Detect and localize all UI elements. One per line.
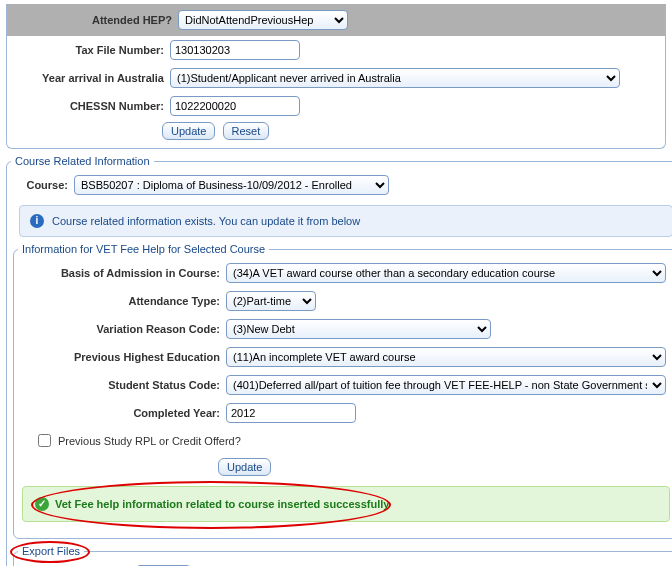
chessn-input[interactable] xyxy=(170,96,300,116)
prev-highest-ed-label: Previous Highest Education xyxy=(26,351,226,363)
vet-fee-help-fieldset: Information for VET Fee Help for Selecte… xyxy=(13,243,672,539)
course-related-legend: Course Related Information xyxy=(11,155,154,167)
check-icon: ✓ xyxy=(35,497,49,511)
success-bar: ✓ Vet Fee help information related to co… xyxy=(22,486,670,522)
export-files-legend: Export Files xyxy=(18,545,84,557)
update-button[interactable]: Update xyxy=(162,122,215,140)
completed-year-label: Completed Year: xyxy=(26,407,226,419)
variation-reason-select[interactable]: (3)New Debt xyxy=(226,319,491,339)
attended-hep-select[interactable]: DidNotAttendPreviousHep xyxy=(178,10,348,30)
completed-year-input[interactable] xyxy=(226,403,356,423)
basis-admission-label: Basis of Admission in Course: xyxy=(26,267,226,279)
rpl-checkbox[interactable] xyxy=(38,434,51,447)
success-text: Vet Fee help information related to cour… xyxy=(55,498,389,510)
course-info-text: Course related information exists. You c… xyxy=(52,215,360,227)
student-status-select[interactable]: (401)Deferred all/part of tuition fee th… xyxy=(226,375,666,395)
prev-highest-ed-select[interactable]: (11)An incomplete VET award course xyxy=(226,347,666,367)
student-status-label: Student Status Code: xyxy=(26,379,226,391)
basis-admission-select[interactable]: (34)A VET award course other than a seco… xyxy=(226,263,666,283)
course-select[interactable]: BSB50207 : Diploma of Business-10/09/201… xyxy=(74,175,389,195)
variation-reason-label: Variation Reason Code: xyxy=(26,323,226,335)
reset-button[interactable]: Reset xyxy=(223,122,270,140)
course-label: Course: xyxy=(19,179,74,191)
year-arrival-select[interactable]: (1)Student/Applicant never arrived in Au… xyxy=(170,68,620,88)
vet-fee-help-legend: Information for VET Fee Help for Selecte… xyxy=(18,243,269,255)
info-icon: i xyxy=(30,214,44,228)
course-related-fieldset: Course Related Information Course: BSB50… xyxy=(6,155,672,566)
tfn-label: Tax File Number: xyxy=(15,44,170,56)
year-arrival-label: Year arrival in Australia xyxy=(15,72,170,84)
tfn-input[interactable] xyxy=(170,40,300,60)
chessn-label: CHESSN Number: xyxy=(15,100,170,112)
course-info-bar: i Course related information exists. You… xyxy=(19,205,672,237)
export-files-fieldset: Export Files Reporting Year: 2011 Report… xyxy=(13,545,672,566)
attendance-type-label: Attendance Type: xyxy=(26,295,226,307)
attended-hep-label: Attended HEP? xyxy=(23,14,178,26)
vet-update-button[interactable]: Update xyxy=(218,458,271,476)
attendance-type-select[interactable]: (2)Part-time xyxy=(226,291,316,311)
rpl-checkbox-label: Previous Study RPL or Credit Offerd? xyxy=(58,435,241,447)
